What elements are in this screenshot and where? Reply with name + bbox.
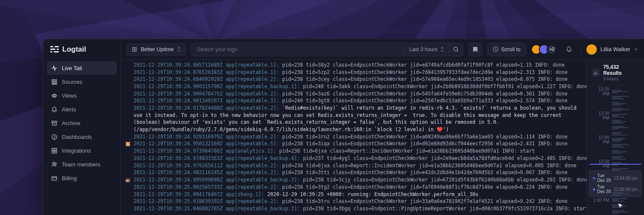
user-name: Lillia Walker	[600, 46, 630, 52]
user-menu[interactable]: Lillia Walker	[586, 44, 638, 55]
histogram-row[interactable]: 12:40 PM	[587, 137, 644, 143]
log-gutter	[125, 83, 131, 83]
log-line[interactable]: 2021-12-29T10:39:24.917824480Z app[repea…	[122, 104, 586, 133]
histogram-header: 75,432 Results 3 hours	[587, 60, 644, 86]
log-source: app[repeatable.2]:	[226, 169, 279, 175]
log-line[interactable]: 2021-12-29T10:39:24.884092928Z app[repea…	[122, 76, 586, 83]
time-range-selector[interactable]: Last 3 hours	[404, 43, 449, 56]
histogram-row[interactable]: 12:30 PM	[587, 113, 644, 119]
log-source: app[repeatable.5]:	[226, 141, 279, 147]
nav-item-integrations[interactable]: Integrations	[47, 144, 117, 157]
log-line[interactable]: 2021-12-29T10:39:24.929316979Z app[repea…	[122, 133, 586, 141]
histogram-row[interactable]	[587, 143, 644, 149]
log-body: pid=238 tid=3tg2 class=EndpointCheckWork…	[282, 184, 568, 190]
log-line[interactable]: 2021-12-29T10:39:24.900478475Z app[repea…	[122, 90, 586, 98]
svg-rect-0	[52, 80, 57, 81]
histogram-row[interactable]	[587, 119, 644, 125]
nav-item-live[interactable]: Live Tail	[47, 61, 117, 75]
nav-item-sources[interactable]: Sources	[47, 75, 117, 89]
log-body: pid=238 tid=6jxa class=Report::IncidentW…	[282, 163, 576, 169]
log-line[interactable]: 🐹2021-12-29T10:39:24.950132169Z app[repe…	[122, 140, 586, 147]
log-source: app[repeatable.2]:	[226, 134, 279, 140]
log-line[interactable]: 🦔2021-12-29T10:39:24.995099698Z app[repe…	[122, 176, 586, 184]
log-timestamp: 2021-12-29T10:39:25.046882765Z	[134, 206, 223, 212]
histogram-body[interactable]: 12:20 PM12:30 PM12:40 PM12:50 PMTue Dec …	[587, 86, 644, 215]
svg-rect-12	[52, 177, 57, 180]
log-body: pid=238 tid=38y2 class=EndpointCheckWork…	[282, 62, 565, 68]
log-timestamp: 2021-12-29T10:39:24.983116245Z	[134, 169, 223, 175]
log-body: pid=238 tid=6jxa class=Report::IncidentW…	[279, 148, 535, 154]
log-body: pid=238 tid=3az6 class=EndpointCheckWork…	[282, 91, 568, 97]
log-line[interactable]: 2021-12-29T10:39:24.901349207Z app[repea…	[122, 97, 586, 104]
log-body: pid=238 tid=3iqa class=EndpointCheckWork…	[282, 141, 568, 147]
log-line[interactable]: 2021-12-29T10:39:24.900315798Z app[repea…	[122, 83, 586, 90]
log-line[interactable]: 2021-12-29T10:39:24.983116245Z app[repea…	[122, 169, 586, 176]
log-timestamp: 2021-12-29T10:39:24.865711689Z	[134, 62, 223, 68]
results-range: 3 hours	[603, 76, 639, 81]
log-line[interactable]: 2021-12-29T10:39:24.973964786Z app[analy…	[122, 147, 586, 155]
log-line[interactable]: 2021-12-29T10:39:24.876526383Z app[repea…	[122, 69, 586, 76]
histogram-row[interactable]	[587, 203, 644, 209]
main: Better Uptime Last 3 hours Scroll to	[121, 39, 644, 215]
nav-item-archive[interactable]: Archive	[47, 117, 117, 130]
notifications-button[interactable]	[562, 43, 576, 56]
log-body: pid=240 tid=3akk class=EndpointCheckWork…	[303, 83, 586, 89]
log-timestamp: 2021-12-29T10:39:24.876526383Z	[134, 69, 223, 75]
log-body: pid=238 tid=3tru class=EndpointCheckWork…	[282, 198, 568, 204]
log-source: app[repeatable.2]:	[226, 91, 279, 97]
log-source: app[repeatable.2]:	[226, 76, 279, 82]
log-gutter	[125, 162, 131, 163]
log-gutter	[125, 104, 131, 105]
search-input[interactable]	[191, 46, 404, 52]
logo[interactable]: Logtail	[43, 39, 120, 61]
source-selector-label: Better Uptime	[141, 46, 173, 52]
log-line[interactable]: 2021-12-29T10:39:25.002565733Z app[repea…	[122, 184, 586, 191]
log-line[interactable]: 2021-12-29T10:39:25.004176407Z app[zhong…	[122, 191, 586, 198]
log-line[interactable]: 2021-12-29T10:39:25.018639392Z app[repea…	[122, 198, 586, 205]
log-timestamp: 2021-12-29T10:39:25.004176407Z	[134, 191, 223, 197]
log-line[interactable]: 2021-12-29T10:39:24.974833363Z app[repea…	[122, 155, 586, 162]
histogram-row[interactable]	[587, 125, 644, 131]
svg-point-3	[53, 95, 55, 97]
content: 2021-12-29T10:39:24.865711689Z app[repea…	[121, 60, 644, 215]
nav-item-alerts[interactable]: Alerts	[47, 103, 117, 116]
log-viewer[interactable]: 2021-12-29T10:39:24.865711689Z app[repea…	[121, 60, 586, 215]
bookmark-button[interactable]	[468, 43, 482, 56]
divider	[581, 45, 581, 54]
presence-avatars[interactable]: +2	[531, 44, 557, 55]
histogram-row[interactable]	[587, 149, 644, 155]
log-line[interactable]: 2021-12-29T10:39:25.046882765Z app[repea…	[122, 205, 586, 212]
log-line[interactable]: 2021-12-29T10:39:24.865711689Z app[repea…	[122, 61, 586, 69]
histogram-row[interactable]	[587, 101, 644, 107]
avatar-more: +2	[547, 44, 557, 55]
nav-item-views[interactable]: Views	[47, 89, 117, 102]
nav-item-label: Dashboards	[62, 134, 92, 140]
chevron-updown-icon	[440, 46, 444, 52]
svg-rect-4	[52, 121, 57, 123]
team-icon	[51, 161, 58, 168]
source-selector[interactable]: Better Uptime	[127, 43, 186, 55]
svg-point-10	[52, 162, 55, 164]
histogram-row[interactable]	[587, 95, 644, 101]
histogram-row[interactable]	[587, 191, 644, 197]
nav-item-team[interactable]: Team members	[47, 158, 117, 171]
histogram-row[interactable]: 1:00 PM	[587, 197, 644, 203]
svg-rect-9	[55, 151, 57, 153]
log-line[interactable]: 2021-12-29T10:39:24.979265611Z app[repea…	[122, 162, 586, 169]
sidebar: Logtail Live TailSourcesViewsAlertsArchi…	[43, 39, 121, 215]
scroll-to-button[interactable]: Scroll to	[487, 43, 526, 56]
nav-item-label: Billing	[62, 175, 77, 181]
log-source: app[repeatable.2]:	[226, 198, 279, 204]
user-avatar	[586, 44, 597, 55]
search-submit[interactable]	[449, 43, 463, 56]
svg-rect-2	[52, 83, 57, 84]
histogram-row[interactable]: 12:20 PM	[587, 89, 644, 95]
log-timestamp: 2021-12-29T10:39:24.929316979Z	[134, 134, 223, 140]
nav-item-billing[interactable]: Billing	[47, 172, 117, 185]
app-window: Logtail Live TailSourcesViewsAlertsArchi…	[43, 39, 644, 215]
histogram-row[interactable]	[587, 209, 644, 215]
scroll-to-label: Scroll to	[501, 46, 520, 52]
results-count: 75,432 Results	[603, 64, 639, 76]
nav-item-dashboards[interactable]: Dashboards	[47, 130, 117, 144]
live-icon	[51, 65, 58, 71]
